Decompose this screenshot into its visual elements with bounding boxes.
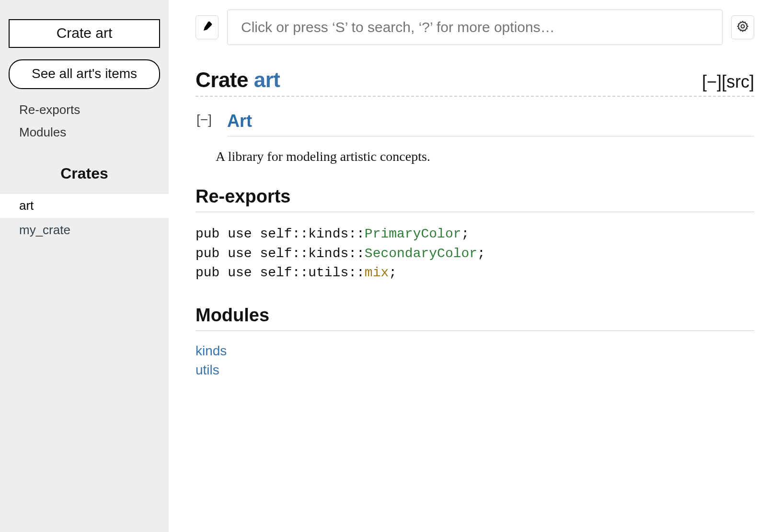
doc-title: Art xyxy=(227,111,754,136)
crates-heading: Crates xyxy=(0,165,169,182)
module-link-kinds[interactable]: kinds xyxy=(196,343,754,359)
settings-button[interactable] xyxy=(731,15,754,39)
page-heading-row: Crate art [−][src] xyxy=(196,68,754,97)
page-title-prefix: Crate xyxy=(196,68,254,91)
src-link[interactable]: [src] xyxy=(722,72,754,91)
reexport-line: pub use self::utils::mix; xyxy=(196,263,754,283)
reexports-list: pub use self::kinds::PrimaryColor; pub u… xyxy=(196,225,754,283)
crate-title-box[interactable]: Crate art xyxy=(9,19,160,48)
reexport-item[interactable]: mix xyxy=(365,265,389,280)
doc-description: A library for modeling artistic concepts… xyxy=(216,149,754,164)
modules-list: kinds utils xyxy=(196,343,754,378)
crate-list: art my_crate xyxy=(0,193,169,242)
module-link-utils[interactable]: utils xyxy=(196,362,754,378)
gear-icon xyxy=(736,20,749,34)
reexport-item[interactable]: SecondaryColor xyxy=(365,246,477,261)
collapse-all-toggle[interactable]: [−] xyxy=(702,72,722,91)
crate-item-my_crate[interactable]: my_crate xyxy=(0,218,169,242)
main-content: Crate art [−][src] [−] Art A library for… xyxy=(169,0,759,532)
theme-button[interactable] xyxy=(196,15,218,39)
doc-block: [−] Art A library for modeling artistic … xyxy=(196,111,754,164)
page-title: Crate art xyxy=(196,68,280,92)
reexport-line: pub use self::kinds::PrimaryColor; xyxy=(196,225,754,244)
topbar xyxy=(196,10,754,45)
brush-icon xyxy=(201,21,213,34)
svg-point-0 xyxy=(741,25,745,28)
doc-collapse-toggle[interactable]: [−] xyxy=(196,112,213,127)
sidebar-link-reexports[interactable]: Re-exports xyxy=(19,99,160,121)
section-reexports-heading: Re-exports xyxy=(196,186,754,212)
sidebar-link-modules[interactable]: Modules xyxy=(19,121,160,144)
reexport-line: pub use self::kinds::SecondaryColor; xyxy=(196,244,754,264)
sidebar-sections: Re-exports Modules xyxy=(19,99,160,144)
section-modules-heading: Modules xyxy=(196,305,754,331)
heading-controls: [−][src] xyxy=(702,72,754,92)
crate-item-art[interactable]: art xyxy=(0,193,169,218)
sidebar: Crate art See all art's items Re-exports… xyxy=(0,0,169,532)
see-all-items-button[interactable]: See all art's items xyxy=(9,59,160,89)
page-title-name[interactable]: art xyxy=(254,68,280,91)
reexport-item[interactable]: PrimaryColor xyxy=(365,226,461,241)
search-input[interactable] xyxy=(227,10,723,45)
